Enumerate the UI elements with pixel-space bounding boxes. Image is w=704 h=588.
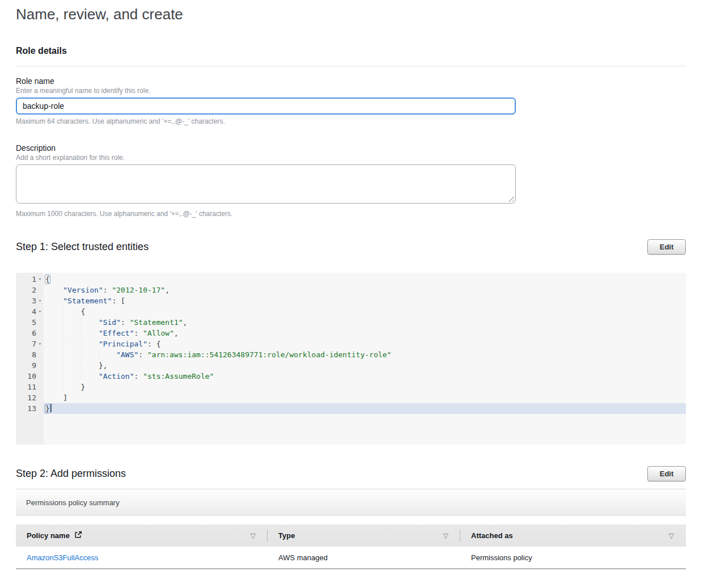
step1-edit-button[interactable]: Edit	[647, 239, 686, 255]
fold-spacer	[36, 382, 44, 392]
code-line-13: 13}	[16, 403, 686, 414]
description-constraint: Maximum 1000 characters. Use alphanumeri…	[16, 210, 686, 218]
description-textarea[interactable]	[16, 164, 516, 204]
column-header-type: Type ▽	[268, 524, 460, 547]
code-lines: 1▾{2"Version": "2012-10-17",3▾"Statement…	[16, 274, 686, 414]
fold-spacer	[36, 317, 44, 328]
fold-spacer	[36, 360, 44, 371]
code-line-8: 8"AWS": "arn:aws:iam::541263489771:role/…	[16, 349, 686, 360]
filter-type-icon[interactable]: ▽	[443, 532, 448, 540]
role-name-hint: Enter a meaningful name to identify this…	[16, 87, 686, 95]
fold-spacer	[36, 403, 44, 414]
fold-arrow-icon[interactable]: ▾	[36, 339, 44, 349]
cell-policy-name: AmazonS3FullAccess	[16, 553, 268, 562]
external-link-icon	[74, 531, 82, 540]
step1-heading: Step 1: Select trusted entities	[16, 241, 149, 253]
role-name-constraint: Maximum 64 characters. Use alphanumeric …	[16, 117, 686, 125]
panel-gap	[16, 516, 686, 524]
fold-arrow-icon[interactable]: ▾	[36, 306, 44, 317]
column-label: Attached as	[471, 531, 513, 540]
role-details-heading: Role details	[16, 46, 686, 56]
fold-spacer	[36, 349, 44, 360]
policy-table-row: AmazonS3FullAccess AWS managed Permissio…	[16, 547, 686, 569]
page-content: Name, review, and create Role details Ro…	[0, 0, 704, 569]
role-name-label: Role name	[16, 77, 686, 86]
policy-name-link[interactable]: AmazonS3FullAccess	[27, 553, 98, 562]
description-textarea-wrap	[16, 164, 516, 204]
fold-spacer	[36, 328, 44, 339]
code-line-9: 9},	[16, 360, 686, 371]
code-line-7: 7▾"Principal": {	[16, 339, 686, 349]
step2-header-row: Step 2: Add permissions Edit	[16, 465, 686, 482]
permissions-panel: Permissions policy summary Policy name ▽…	[16, 489, 686, 569]
code-line-5: 5"Sid": "Statement1",	[16, 317, 686, 328]
description-hint: Add a short explanation for this role.	[16, 154, 686, 162]
fold-arrow-icon[interactable]: ▾	[36, 274, 44, 285]
code-line-10: 10"Action": "sts:AssumeRole"	[16, 371, 686, 382]
fold-spacer	[36, 371, 44, 382]
role-details-divider	[16, 66, 686, 66]
trust-policy-code-editor[interactable]: 1▾{2"Version": "2012-10-17",3▾"Statement…	[16, 273, 686, 445]
column-header-attached-as: Attached as ▽	[460, 524, 686, 547]
step2-heading: Step 2: Add permissions	[16, 468, 126, 480]
fold-spacer	[36, 392, 44, 403]
code-line-4: 4▾{	[16, 306, 686, 317]
cell-attached-as: Permissions policy	[460, 553, 686, 562]
column-label: Policy name	[27, 531, 70, 540]
step1-header-row: Step 1: Select trusted entities Edit	[16, 238, 686, 255]
description-label: Description	[16, 143, 686, 153]
column-label: Type	[278, 531, 295, 540]
fold-spacer	[36, 285, 44, 295]
policy-table-header: Policy name ▽ Type ▽ Attached as ▽	[16, 524, 686, 547]
filter-attached-as-icon[interactable]: ▽	[669, 532, 674, 540]
cell-type: AWS managed	[268, 553, 460, 562]
role-name-input[interactable]	[16, 98, 516, 115]
filter-policy-name-icon[interactable]: ▽	[251, 532, 256, 540]
permissions-panel-title: Permissions policy summary	[16, 489, 686, 516]
text-cursor	[50, 404, 52, 412]
page-title: Name, review, and create	[16, 0, 686, 23]
code-line-3: 3▾"Statement": [	[16, 295, 686, 306]
code-line-1: 1▾{	[16, 274, 686, 285]
code-line-12: 12]	[16, 392, 686, 403]
code-line-11: 11}	[16, 382, 686, 392]
column-header-policy-name: Policy name ▽	[16, 524, 268, 547]
step2-edit-button[interactable]: Edit	[647, 466, 686, 481]
code-line-6: 6"Effect": "Allow",	[16, 328, 686, 339]
code-line-2: 2"Version": "2012-10-17",	[16, 285, 686, 295]
fold-arrow-icon[interactable]: ▾	[36, 295, 44, 306]
